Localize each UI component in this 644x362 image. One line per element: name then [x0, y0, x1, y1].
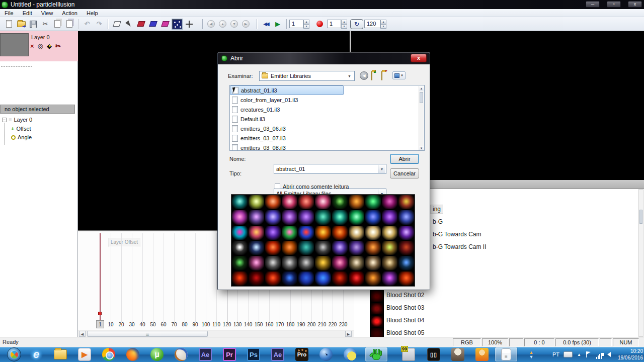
- menu-action[interactable]: Action: [57, 10, 82, 17]
- emitter-thumb[interactable]: [298, 271, 314, 286]
- emitter-thumb[interactable]: [265, 240, 281, 255]
- emitter-thumb[interactable]: [281, 240, 298, 255]
- tray-clock[interactable]: 10:20 19/06/2016: [618, 348, 643, 361]
- layer-target-icon[interactable]: ◎: [38, 42, 43, 50]
- layer-sparkle-icon[interactable]: ◆: [47, 42, 52, 50]
- views-menu-button[interactable]: ▼: [392, 71, 406, 79]
- language-indicator[interactable]: PT: [552, 351, 559, 357]
- taskbar-scroll-arrows[interactable]: ▲▼: [527, 348, 535, 361]
- emitter-thumb[interactable]: [231, 210, 248, 225]
- pro-app-icon[interactable]: Pro: [295, 348, 308, 361]
- cinema4d-icon-slot[interactable]: ◔: [315, 347, 337, 361]
- notepad-icon[interactable]: [501, 348, 511, 360]
- library-item[interactable]: ing: [431, 205, 443, 213]
- emitter-thumb[interactable]: [332, 210, 348, 225]
- emitter-thumb[interactable]: [381, 225, 398, 240]
- emitter-thumb[interactable]: [298, 255, 314, 270]
- dialog-title-bar[interactable]: Abrir x: [218, 52, 430, 64]
- play-button[interactable]: ▶: [272, 19, 284, 30]
- library-item-thumbnail[interactable]: [371, 316, 383, 327]
- particle-view-button[interactable]: [171, 19, 183, 30]
- emitter-thumb[interactable]: [398, 271, 415, 286]
- paint-icon-slot[interactable]: [170, 347, 192, 361]
- file-row[interactable]: emitters_03_07.il3: [230, 133, 424, 143]
- utorrent-icon-slot[interactable]: µ: [146, 347, 168, 361]
- naruto-avatar-icon-slot[interactable]: [471, 347, 493, 361]
- marker-spinner[interactable]: ▲▼: [341, 20, 347, 28]
- notepad-icon-slot[interactable]: [495, 347, 517, 361]
- emitter-thumb[interactable]: [381, 195, 398, 210]
- deflector-tool-button[interactable]: [135, 19, 147, 30]
- file-row[interactable]: Default.il3: [230, 114, 424, 124]
- nudge-right-button[interactable]: ▶: [242, 20, 250, 28]
- rewind-button[interactable]: ◀◀: [260, 19, 272, 30]
- emitter-thumb[interactable]: [248, 210, 265, 225]
- photoshop-icon[interactable]: Ps: [247, 348, 260, 361]
- menu-view[interactable]: View: [37, 10, 58, 17]
- emitter-thumb[interactable]: [332, 240, 348, 255]
- loop-button[interactable]: ↻: [350, 19, 363, 29]
- emitter-thumb[interactable]: [265, 195, 281, 210]
- after-effects-icon[interactable]: Ae: [199, 348, 212, 361]
- emitter-thumb[interactable]: [314, 255, 331, 270]
- emitter-thumb[interactable]: [348, 271, 365, 286]
- current-frame-field[interactable]: 1: [289, 20, 303, 28]
- premiere-icon-slot[interactable]: Pr: [218, 347, 240, 361]
- internet-explorer-icon[interactable]: e: [30, 348, 43, 361]
- media-player-icon[interactable]: ▶: [78, 348, 91, 361]
- emitter-thumb[interactable]: [365, 225, 381, 240]
- emitter-thumb[interactable]: [365, 271, 381, 286]
- record-indicator[interactable]: [316, 21, 323, 27]
- move-tool-button[interactable]: [183, 19, 195, 30]
- file-row[interactable]: emitters_03_08.il3: [230, 143, 424, 151]
- windows-explorer-icon-slot[interactable]: [49, 347, 71, 361]
- file-row[interactable]: creatures_01.il3: [230, 105, 424, 114]
- timeline-scrollbar[interactable]: ◀ ▶: [78, 330, 354, 337]
- cancel-button[interactable]: Cancelar: [390, 168, 419, 178]
- back-button[interactable]: ◀: [360, 71, 368, 80]
- menu-edit[interactable]: Edit: [18, 10, 37, 17]
- emitter-thumb[interactable]: [348, 255, 365, 270]
- library-item[interactable]: b-G Towards Cam: [431, 230, 483, 238]
- after-effects-2-icon-slot[interactable]: Ae: [267, 347, 289, 361]
- scroll-right-arrow[interactable]: ▶: [345, 331, 352, 337]
- end-frame-field[interactable]: 120: [364, 20, 380, 28]
- emitter-thumb[interactable]: [248, 225, 265, 240]
- particleillusion-taskbar-icon[interactable]: [370, 348, 383, 361]
- emitter-thumb[interactable]: [348, 225, 365, 240]
- file-row[interactable]: abstract_01.il3: [230, 85, 344, 95]
- emitter-thumb[interactable]: [298, 225, 314, 240]
- windows-explorer-icon[interactable]: [54, 349, 67, 359]
- after-effects-2-icon[interactable]: Ae: [271, 348, 284, 361]
- internet-explorer-icon-slot[interactable]: e: [25, 347, 47, 361]
- library-item-thumbnail[interactable]: [371, 291, 383, 302]
- emitter-thumb[interactable]: [332, 225, 348, 240]
- app-99-icon[interactable]: 99: [402, 348, 415, 361]
- emitter-thumb[interactable]: [398, 225, 415, 240]
- file-scroll-thumb[interactable]: [420, 92, 423, 103]
- emitter-thumb[interactable]: [398, 240, 415, 255]
- emitter-thumb[interactable]: [348, 210, 365, 225]
- copy-button[interactable]: [51, 19, 63, 30]
- file-row[interactable]: emitters_03_06.il3: [230, 124, 424, 133]
- emitter-thumb[interactable]: [398, 255, 415, 270]
- keyboard-tray-icon[interactable]: [564, 351, 573, 357]
- library-item-thumbnail[interactable]: [371, 303, 383, 314]
- emitter-thumb[interactable]: [314, 240, 331, 255]
- end-frame-spinner[interactable]: ▲▼: [380, 20, 386, 28]
- emitter-thumb[interactable]: [248, 240, 265, 255]
- utorrent-icon[interactable]: µ: [150, 348, 164, 361]
- pro-app-icon-slot[interactable]: Pro: [291, 347, 313, 361]
- file-list-scrollbar[interactable]: ▲ ▼: [419, 86, 424, 151]
- emitter-thumb[interactable]: [314, 195, 331, 210]
- timeline-scroll-thumb[interactable]: [87, 331, 208, 337]
- folder-combo[interactable]: Emitter Libraries ▼: [259, 71, 355, 81]
- up-folder-button[interactable]: ▲: [371, 71, 372, 80]
- emitter-thumb[interactable]: [332, 271, 348, 286]
- emitter-thumb[interactable]: [298, 210, 314, 225]
- cinema4d-icon[interactable]: ◔: [319, 348, 333, 361]
- emitter-thumb[interactable]: [248, 271, 265, 286]
- game-avatar-icon[interactable]: [451, 348, 464, 361]
- library-item[interactable]: b-G: [431, 218, 445, 226]
- frame-spinner[interactable]: ▲▼: [303, 20, 309, 28]
